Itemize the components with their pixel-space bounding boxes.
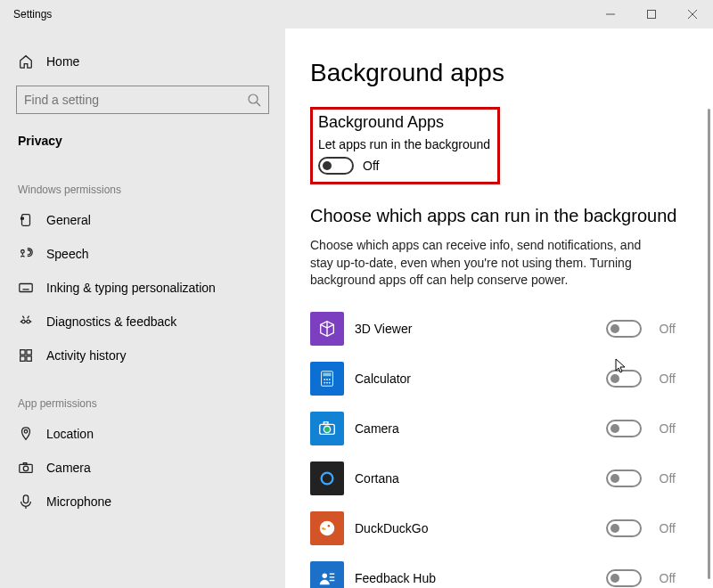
app-name: Camera — [355, 421, 606, 436]
master-toggle[interactable] — [318, 157, 354, 175]
home-icon — [18, 53, 34, 69]
sidebar-item-location[interactable]: Location — [0, 417, 285, 451]
section-title: Background Apps — [318, 113, 490, 132]
sidebar-item-camera[interactable]: Camera — [0, 451, 285, 485]
app-row-camera: CameraOff — [310, 404, 676, 453]
diagnostics-icon — [18, 314, 34, 330]
app-toggle[interactable] — [606, 569, 642, 587]
sidebar-item-label: Inking & typing personalization — [46, 281, 216, 295]
search-box[interactable] — [16, 86, 269, 114]
minimize-button[interactable] — [590, 0, 631, 29]
close-button[interactable] — [672, 0, 713, 29]
inking-icon — [18, 280, 34, 296]
cursor-icon — [615, 358, 627, 378]
app-toggle-state: Off — [660, 571, 676, 585]
app-name: Cortana — [355, 471, 606, 486]
app-toggle-state: Off — [660, 421, 676, 436]
app-row-cortana: CortanaOff — [310, 453, 676, 503]
sidebar-item-label: Camera — [46, 461, 91, 475]
app-name: 3D Viewer — [355, 322, 606, 336]
app-toggle-state: Off — [660, 521, 676, 535]
app-row-feedback-hub: Feedback HubOff — [310, 553, 676, 588]
app-toggle[interactable] — [606, 320, 642, 338]
choose-apps-heading: Choose which apps can run in the backgro… — [310, 206, 692, 226]
app-row--d-viewer: 3D ViewerOff — [310, 304, 676, 354]
sidebar-item-label: Location — [46, 427, 94, 441]
sidebar-item-label: Activity history — [46, 348, 126, 363]
sidebar: Home Privacy Windows permissions General… — [0, 29, 285, 588]
svg-rect-19 — [27, 356, 31, 361]
app-name: DuckDuckGo — [355, 521, 606, 535]
svg-rect-42 — [330, 580, 335, 581]
scrollbar[interactable] — [708, 109, 710, 579]
location-icon — [18, 426, 34, 442]
svg-point-31 — [326, 381, 328, 383]
page-title: Background apps — [310, 59, 692, 87]
sidebar-item-label: Diagnostics & feedback — [46, 314, 176, 329]
sidebar-item-diagnostics-feedback[interactable]: Diagnostics & feedback — [0, 305, 285, 339]
activity-icon — [18, 347, 34, 363]
svg-point-38 — [328, 525, 330, 527]
sidebar-item-label: Microphone — [46, 494, 111, 509]
svg-rect-40 — [330, 573, 335, 574]
search-input[interactable] — [24, 93, 247, 107]
sidebar-item-general[interactable]: General — [0, 203, 285, 237]
svg-point-27 — [324, 379, 325, 380]
svg-rect-7 — [21, 217, 24, 219]
duck-icon — [310, 511, 344, 545]
highlight-box-master-toggle: Background Apps Let apps run in the back… — [310, 107, 500, 184]
svg-rect-26 — [323, 372, 331, 376]
sidebar-item-inking-typing-personalization[interactable]: Inking & typing personalization — [0, 271, 285, 305]
home-label: Home — [46, 54, 79, 69]
svg-point-29 — [329, 379, 331, 380]
svg-point-30 — [324, 381, 325, 383]
cube-icon — [310, 312, 344, 346]
camera-icon — [18, 460, 34, 476]
svg-point-14 — [22, 320, 26, 323]
svg-point-8 — [21, 250, 25, 254]
app-name: Feedback Hub — [355, 571, 606, 585]
microphone-icon — [18, 494, 34, 510]
app-toggle[interactable] — [606, 420, 642, 437]
svg-rect-6 — [22, 215, 30, 226]
sidebar-item-activity-history[interactable]: Activity history — [0, 339, 285, 372]
svg-point-20 — [24, 430, 28, 434]
sidebar-item-speech[interactable]: Speech — [0, 237, 285, 271]
general-icon — [18, 212, 34, 228]
sidebar-item-label: General — [46, 213, 91, 227]
sidebar-item-label: Speech — [46, 247, 88, 261]
sidebar-item-microphone[interactable]: Microphone — [0, 485, 285, 519]
svg-line-5 — [257, 102, 260, 106]
person-icon — [310, 561, 344, 588]
master-toggle-state: Off — [363, 159, 379, 173]
app-toggle[interactable] — [606, 519, 642, 537]
app-toggle-state: Off — [660, 372, 676, 386]
app-toggle[interactable] — [606, 470, 642, 487]
calc-icon — [310, 362, 344, 396]
svg-rect-23 — [23, 463, 27, 465]
svg-rect-24 — [23, 495, 28, 503]
svg-point-4 — [249, 94, 258, 103]
svg-point-15 — [27, 320, 30, 323]
svg-point-39 — [323, 573, 328, 578]
svg-rect-18 — [20, 356, 25, 361]
svg-rect-9 — [20, 284, 32, 292]
svg-point-34 — [324, 426, 330, 432]
speech-icon — [18, 246, 34, 262]
app-toggle-state: Off — [660, 471, 676, 486]
svg-point-36 — [322, 472, 333, 484]
camera-icon — [310, 412, 344, 445]
ring-icon — [310, 461, 344, 495]
maximize-button[interactable] — [631, 0, 672, 29]
app-toggle-state: Off — [660, 322, 676, 336]
privacy-heading: Privacy — [0, 123, 285, 159]
svg-point-22 — [23, 466, 28, 470]
main-content: Background apps Background Apps Let apps… — [285, 29, 713, 588]
svg-point-28 — [326, 379, 328, 380]
svg-rect-17 — [27, 350, 31, 355]
window-title: Settings — [13, 8, 52, 20]
group-windows-permissions: Windows permissions — [0, 159, 285, 203]
svg-rect-41 — [330, 576, 335, 577]
home-nav[interactable]: Home — [0, 46, 285, 77]
search-icon — [247, 93, 261, 107]
